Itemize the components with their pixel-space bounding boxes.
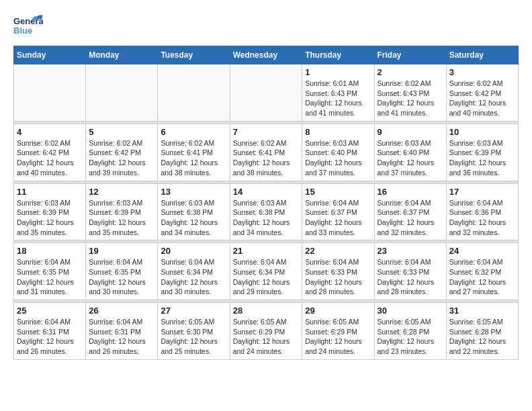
weekday-header: Saturday [446, 46, 518, 64]
calendar-day-cell: 28Sunrise: 6:05 AM Sunset: 6:29 PM Dayli… [230, 303, 302, 360]
calendar-day-cell: 2Sunrise: 6:02 AM Sunset: 6:43 PM Daylig… [374, 64, 446, 122]
calendar-day-cell: 4Sunrise: 6:02 AM Sunset: 6:42 PM Daylig… [14, 124, 86, 181]
weekday-header: Thursday [302, 46, 374, 64]
day-number: 26 [89, 306, 154, 316]
day-number: 13 [161, 187, 226, 197]
day-info: Sunrise: 6:03 AM Sunset: 6:40 PM Dayligh… [378, 138, 443, 178]
day-info: Sunrise: 6:04 AM Sunset: 6:31 PM Dayligh… [17, 317, 83, 357]
day-info: Sunrise: 6:04 AM Sunset: 6:36 PM Dayligh… [449, 198, 515, 238]
day-info: Sunrise: 6:02 AM Sunset: 6:41 PM Dayligh… [161, 138, 226, 178]
day-number: 19 [89, 246, 154, 256]
calendar-day-cell: 31Sunrise: 6:05 AM Sunset: 6:28 PM Dayli… [446, 303, 518, 360]
day-info: Sunrise: 6:04 AM Sunset: 6:34 PM Dayligh… [233, 257, 300, 297]
weekday-header: Tuesday [158, 46, 230, 64]
calendar-day-cell: 3Sunrise: 6:02 AM Sunset: 6:42 PM Daylig… [446, 64, 518, 122]
weekday-header: Wednesday [230, 46, 302, 64]
calendar-day-cell: 10Sunrise: 6:03 AM Sunset: 6:39 PM Dayli… [446, 124, 518, 181]
day-number: 18 [17, 246, 83, 256]
calendar-day-cell: 24Sunrise: 6:04 AM Sunset: 6:32 PM Dayli… [446, 243, 518, 300]
day-number: 9 [378, 127, 443, 137]
day-number: 23 [378, 246, 443, 256]
calendar-day-cell [14, 64, 86, 122]
day-info: Sunrise: 6:05 AM Sunset: 6:29 PM Dayligh… [233, 317, 300, 357]
day-info: Sunrise: 6:05 AM Sunset: 6:28 PM Dayligh… [449, 317, 515, 357]
calendar-week-row: 25Sunrise: 6:04 AM Sunset: 6:31 PM Dayli… [14, 303, 519, 360]
calendar-day-cell: 16Sunrise: 6:04 AM Sunset: 6:37 PM Dayli… [374, 183, 446, 240]
calendar-day-cell: 26Sunrise: 6:04 AM Sunset: 6:31 PM Dayli… [86, 303, 158, 360]
day-info: Sunrise: 6:05 AM Sunset: 6:28 PM Dayligh… [378, 317, 443, 357]
calendar-day-cell: 7Sunrise: 6:02 AM Sunset: 6:41 PM Daylig… [230, 124, 302, 181]
calendar-day-cell: 23Sunrise: 6:04 AM Sunset: 6:33 PM Dayli… [374, 243, 446, 300]
calendar-week-row: 4Sunrise: 6:02 AM Sunset: 6:42 PM Daylig… [14, 124, 519, 181]
day-info: Sunrise: 6:04 AM Sunset: 6:35 PM Dayligh… [89, 257, 154, 297]
logo: General Blue [13, 13, 43, 39]
day-info: Sunrise: 6:04 AM Sunset: 6:33 PM Dayligh… [305, 257, 371, 297]
day-info: Sunrise: 6:04 AM Sunset: 6:31 PM Dayligh… [89, 317, 154, 357]
day-info: Sunrise: 6:04 AM Sunset: 6:32 PM Dayligh… [449, 257, 515, 297]
day-info: Sunrise: 6:04 AM Sunset: 6:34 PM Dayligh… [161, 257, 226, 297]
day-number: 10 [449, 127, 515, 137]
day-info: Sunrise: 6:02 AM Sunset: 6:43 PM Dayligh… [378, 79, 443, 118]
day-number: 21 [233, 246, 300, 256]
weekday-header-row: SundayMondayTuesdayWednesdayThursdayFrid… [14, 46, 519, 64]
day-number: 14 [233, 187, 300, 197]
day-number: 7 [233, 127, 300, 137]
weekday-header: Friday [374, 46, 446, 64]
day-info: Sunrise: 6:05 AM Sunset: 6:30 PM Dayligh… [161, 317, 226, 357]
calendar-day-cell: 17Sunrise: 6:04 AM Sunset: 6:36 PM Dayli… [446, 183, 518, 240]
day-number: 15 [305, 187, 371, 197]
day-info: Sunrise: 6:04 AM Sunset: 6:37 PM Dayligh… [305, 198, 371, 238]
day-number: 11 [17, 187, 83, 197]
day-info: Sunrise: 6:05 AM Sunset: 6:29 PM Dayligh… [305, 317, 371, 357]
day-info: Sunrise: 6:04 AM Sunset: 6:35 PM Dayligh… [17, 257, 83, 297]
calendar-day-cell: 30Sunrise: 6:05 AM Sunset: 6:28 PM Dayli… [374, 303, 446, 360]
day-info: Sunrise: 6:01 AM Sunset: 6:43 PM Dayligh… [305, 79, 371, 118]
day-number: 28 [233, 306, 300, 316]
day-info: Sunrise: 6:03 AM Sunset: 6:39 PM Dayligh… [449, 138, 515, 178]
calendar-day-cell: 19Sunrise: 6:04 AM Sunset: 6:35 PM Dayli… [86, 243, 158, 300]
calendar-day-cell: 9Sunrise: 6:03 AM Sunset: 6:40 PM Daylig… [374, 124, 446, 181]
day-info: Sunrise: 6:03 AM Sunset: 6:39 PM Dayligh… [89, 198, 154, 238]
calendar-day-cell [230, 64, 302, 122]
day-info: Sunrise: 6:03 AM Sunset: 6:38 PM Dayligh… [161, 198, 226, 238]
weekday-header: Sunday [14, 46, 86, 64]
calendar-day-cell: 22Sunrise: 6:04 AM Sunset: 6:33 PM Dayli… [302, 243, 374, 300]
day-info: Sunrise: 6:03 AM Sunset: 6:38 PM Dayligh… [233, 198, 300, 238]
calendar-week-row: 18Sunrise: 6:04 AM Sunset: 6:35 PM Dayli… [14, 243, 519, 300]
day-number: 4 [17, 127, 83, 137]
calendar-week-row: 1Sunrise: 6:01 AM Sunset: 6:43 PM Daylig… [14, 64, 519, 122]
day-number: 25 [17, 306, 83, 316]
day-number: 5 [89, 127, 154, 137]
day-number: 3 [449, 67, 515, 77]
day-info: Sunrise: 6:02 AM Sunset: 6:42 PM Dayligh… [449, 79, 515, 118]
day-info: Sunrise: 6:03 AM Sunset: 6:39 PM Dayligh… [17, 198, 83, 238]
page-header: General Blue [13, 13, 519, 39]
day-number: 6 [161, 127, 226, 137]
calendar-day-cell: 12Sunrise: 6:03 AM Sunset: 6:39 PM Dayli… [86, 183, 158, 240]
calendar-table: SundayMondayTuesdayWednesdayThursdayFrid… [13, 46, 519, 360]
day-number: 1 [305, 67, 371, 77]
day-number: 2 [378, 67, 443, 77]
day-number: 17 [449, 187, 515, 197]
calendar-day-cell: 29Sunrise: 6:05 AM Sunset: 6:29 PM Dayli… [302, 303, 374, 360]
calendar-day-cell: 6Sunrise: 6:02 AM Sunset: 6:41 PM Daylig… [158, 124, 230, 181]
day-number: 22 [305, 246, 371, 256]
day-number: 20 [161, 246, 226, 256]
calendar-day-cell: 27Sunrise: 6:05 AM Sunset: 6:30 PM Dayli… [158, 303, 230, 360]
calendar-day-cell: 25Sunrise: 6:04 AM Sunset: 6:31 PM Dayli… [14, 303, 86, 360]
day-number: 31 [449, 306, 515, 316]
day-number: 16 [378, 187, 443, 197]
calendar-week-row: 11Sunrise: 6:03 AM Sunset: 6:39 PM Dayli… [14, 183, 519, 240]
day-info: Sunrise: 6:04 AM Sunset: 6:37 PM Dayligh… [378, 198, 443, 238]
day-number: 24 [449, 246, 515, 256]
calendar-day-cell [158, 64, 230, 122]
calendar-day-cell: 14Sunrise: 6:03 AM Sunset: 6:38 PM Dayli… [230, 183, 302, 240]
calendar-day-cell: 21Sunrise: 6:04 AM Sunset: 6:34 PM Dayli… [230, 243, 302, 300]
day-info: Sunrise: 6:04 AM Sunset: 6:33 PM Dayligh… [378, 257, 443, 297]
day-info: Sunrise: 6:03 AM Sunset: 6:40 PM Dayligh… [305, 138, 371, 178]
day-info: Sunrise: 6:02 AM Sunset: 6:42 PM Dayligh… [89, 138, 154, 178]
day-number: 29 [305, 306, 371, 316]
day-number: 12 [89, 187, 154, 197]
calendar-day-cell: 5Sunrise: 6:02 AM Sunset: 6:42 PM Daylig… [86, 124, 158, 181]
calendar-day-cell: 11Sunrise: 6:03 AM Sunset: 6:39 PM Dayli… [14, 183, 86, 240]
